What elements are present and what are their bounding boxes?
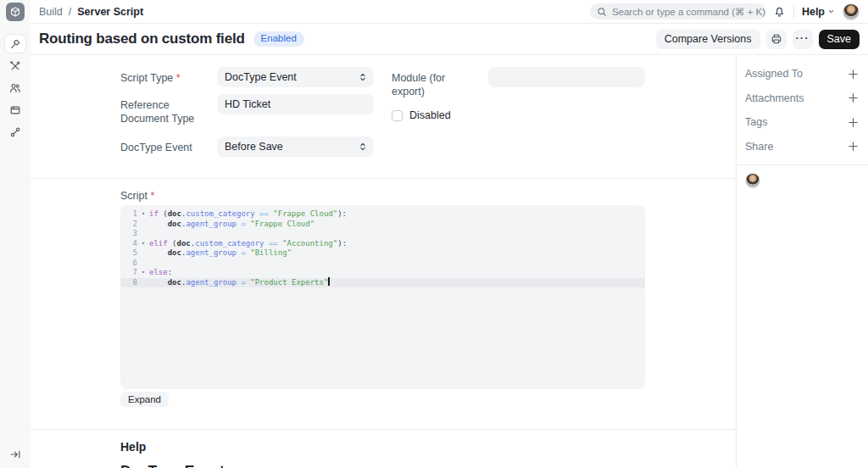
plus-icon[interactable]: [848, 117, 859, 128]
sidebar-item-assigned-to[interactable]: Assigned To: [737, 62, 868, 86]
script-field-label: Script *: [120, 190, 645, 202]
navbar-divider: [793, 5, 794, 18]
sidebar-item-label: Attachments: [745, 92, 804, 104]
status-badge: Enabled: [253, 31, 304, 47]
line-number: 8: [120, 278, 137, 288]
expand-sidebar-button[interactable]: [9, 448, 21, 460]
field-label: Reference Document Type: [120, 94, 217, 125]
breadcrumb-section[interactable]: Build: [39, 6, 63, 18]
field-script-type: Script Type * DocType Event: [120, 67, 374, 87]
field-reference-document-type: Reference Document Type HD Ticket: [120, 94, 374, 125]
code-line[interactable]: 2 doc.agent_group = "Frappe Cloud": [120, 220, 645, 230]
line-number: 1: [120, 209, 137, 220]
compare-versions-button[interactable]: Compare Versions: [656, 30, 760, 49]
sidebar-item-users[interactable]: [5, 79, 25, 97]
reference-document-type-value: HD Ticket: [225, 98, 270, 110]
text-cursor: [328, 277, 330, 286]
script-type-value: DocType Event: [225, 71, 297, 83]
notifications-button[interactable]: [773, 5, 786, 18]
top-navbar: Build / Server Script Search or type a c…: [31, 0, 868, 24]
hammer-icon: [9, 38, 21, 50]
doctype-event-select[interactable]: Before Save: [217, 136, 374, 157]
fold-arrow-icon[interactable]: ▾: [137, 239, 149, 249]
line-number: 3: [120, 229, 137, 239]
code-line-text: doc.agent_group = "Frappe Cloud": [149, 220, 314, 230]
sidebar-item-attachments[interactable]: Attachments: [737, 86, 868, 111]
sidebar-item-integrations[interactable]: [5, 123, 25, 141]
page-title: Routing based on custom field: [39, 31, 245, 47]
field-label: Module (for export): [392, 67, 488, 98]
user-avatar[interactable]: [843, 3, 860, 20]
disabled-checkbox[interactable]: Disabled: [392, 105, 451, 121]
plus-icon[interactable]: [848, 141, 859, 152]
line-number: 7: [120, 268, 137, 278]
script-type-select[interactable]: DocType Event: [217, 67, 374, 87]
code-line[interactable]: 6: [120, 259, 645, 269]
code-editor-lines: 1▾if (doc.custom_category == "Frappe Clo…: [120, 209, 645, 287]
field-disabled: Disabled: [392, 105, 645, 121]
module-input[interactable]: [488, 67, 645, 87]
field-module: Module (for export): [392, 67, 645, 98]
code-line[interactable]: 5 doc.agent_group = "Billing": [120, 248, 645, 259]
form-content: Script Type * DocType Event: [31, 55, 736, 468]
app-window: Build / Server Script Search or type a c…: [0, 0, 868, 468]
page-header: Routing based on custom field Enabled Co…: [31, 24, 868, 55]
code-line-text: if (doc.custom_category == "Frappe Cloud…: [149, 209, 347, 220]
code-editor[interactable]: 1▾if (doc.custom_category == "Frappe Clo…: [120, 205, 645, 389]
browser-window-icon: [9, 104, 21, 116]
line-number: 6: [120, 259, 137, 269]
users-icon: [9, 82, 21, 94]
code-line[interactable]: 1▾if (doc.custom_category == "Frappe Clo…: [120, 209, 645, 220]
sidebar-item-label: Assigned To: [745, 68, 803, 80]
field-label: Script Type *: [120, 67, 217, 85]
right-sidebar: Assigned To Attachments Tags: [736, 55, 868, 468]
plus-icon[interactable]: [848, 69, 859, 80]
help-label: Help: [802, 6, 825, 18]
save-button[interactable]: Save: [819, 30, 860, 49]
help-subheading: DocType Event: [120, 463, 645, 468]
code-line[interactable]: 8 doc.agent_group = "Product Experts": [120, 278, 645, 288]
help-menu-button[interactable]: Help: [802, 6, 835, 18]
select-updown-icon: [359, 142, 366, 152]
checkbox-label: Disabled: [409, 109, 451, 121]
sidebar-item-customize[interactable]: [5, 57, 25, 75]
search-placeholder: Search or type a command (⌘ + K): [612, 6, 765, 18]
doctype-event-value: Before Save: [225, 141, 283, 153]
field-label: DocType Event: [120, 136, 217, 154]
sidebar-item-tags[interactable]: Tags: [737, 110, 868, 135]
printer-icon: [771, 33, 782, 45]
select-updown-icon: [359, 72, 366, 82]
cube-icon: [9, 6, 21, 18]
bell-icon: [773, 5, 786, 18]
expand-editor-button[interactable]: Expand: [120, 392, 169, 407]
breadcrumb-page[interactable]: Server Script: [77, 6, 143, 18]
more-options-button[interactable]: ···: [793, 30, 813, 49]
sidebar-item-label: Share: [745, 141, 773, 153]
line-number: 2: [120, 220, 137, 230]
fold-arrow-icon[interactable]: ▾: [137, 209, 149, 220]
command-search-input[interactable]: Search or type a command (⌘ + K): [590, 3, 765, 20]
help-heading: Help: [120, 440, 645, 454]
code-line-text: else:: [149, 268, 172, 278]
field-doctype-event: DocType Event Before Save: [120, 136, 374, 157]
viewer-avatar[interactable]: [745, 173, 760, 188]
checkbox-box: [392, 110, 403, 121]
left-icon-strip: [0, 0, 31, 468]
crossed-tools-icon: [9, 60, 21, 72]
code-line[interactable]: 3: [120, 229, 645, 239]
sidebar-item-website[interactable]: [5, 101, 25, 119]
breadcrumb: Build / Server Script: [39, 6, 143, 18]
sidebar-item-share[interactable]: Share: [737, 135, 868, 159]
required-marker: *: [176, 72, 181, 84]
sidebar-item-build-tools[interactable]: [5, 35, 25, 53]
code-line-text: elif (doc.custom_category == "Accounting…: [149, 239, 347, 249]
app-logo[interactable]: [6, 3, 25, 21]
print-button[interactable]: [766, 30, 787, 49]
code-line[interactable]: 4▾elif (doc.custom_category == "Accounti…: [120, 239, 645, 249]
sidebar-item-label: Tags: [745, 116, 767, 128]
code-line[interactable]: 7▾else:: [120, 268, 645, 278]
fold-arrow-icon[interactable]: ▾: [137, 268, 149, 278]
reference-document-type-input[interactable]: HD Ticket: [217, 94, 374, 114]
plus-icon[interactable]: [848, 92, 859, 103]
line-number: 5: [120, 248, 137, 259]
